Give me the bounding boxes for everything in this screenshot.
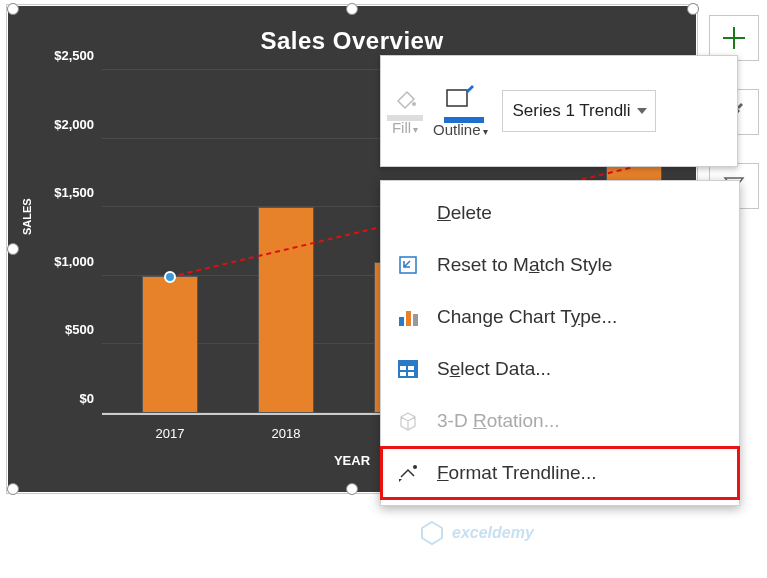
mini-toolbar: Fill▾ Outline▾ Series 1 Trendli <box>380 55 738 167</box>
menu-delete[interactable]: Delete <box>381 187 739 239</box>
svg-rect-7 <box>399 317 404 326</box>
logo-icon <box>418 519 446 547</box>
cube-icon <box>395 408 421 434</box>
outline-label: Outline <box>433 121 481 138</box>
svg-rect-13 <box>400 372 406 376</box>
svg-rect-14 <box>408 372 414 376</box>
svg-rect-5 <box>447 90 467 106</box>
svg-rect-6 <box>400 257 416 273</box>
menu-format-trendline[interactable]: Format Trendline... <box>381 447 739 499</box>
outline-pen-icon <box>444 85 476 117</box>
y-tick: $2,500 <box>44 48 94 63</box>
chart-title[interactable]: Sales Overview <box>7 27 697 55</box>
svg-point-15 <box>413 465 417 469</box>
selection-handle[interactable] <box>346 483 358 495</box>
watermark: exceldemy <box>418 508 718 558</box>
selection-handle[interactable] <box>346 3 358 15</box>
fill-button: Fill▾ <box>391 87 419 136</box>
blank-icon <box>395 200 421 226</box>
y-tick: $2,000 <box>44 116 94 131</box>
y-tick: $1,000 <box>44 253 94 268</box>
menu-3d-rotation: 3-D Rotation... <box>381 395 739 447</box>
selection-handle[interactable] <box>7 243 19 255</box>
chart-type-icon <box>395 304 421 330</box>
y-tick: $1,500 <box>44 185 94 200</box>
select-data-icon <box>395 356 421 382</box>
x-tick: 2018 <box>251 426 321 441</box>
svg-rect-11 <box>400 366 406 370</box>
svg-point-4 <box>412 102 416 106</box>
svg-point-1 <box>165 272 175 282</box>
svg-rect-8 <box>406 311 411 326</box>
format-icon <box>395 460 421 486</box>
menu-reset-to-match-style[interactable]: Reset to Match Style <box>381 239 739 291</box>
reset-icon <box>395 252 421 278</box>
context-menu: Delete Reset to Match Style Change Chart… <box>380 180 740 506</box>
selection-handle[interactable] <box>7 3 19 15</box>
outline-button[interactable]: Outline▾ <box>433 85 488 138</box>
y-tick: $500 <box>44 322 94 337</box>
selection-handle[interactable] <box>687 3 699 15</box>
menu-select-data[interactable]: Select Data... <box>381 343 739 395</box>
plus-icon <box>720 24 748 52</box>
menu-change-chart-type[interactable]: Change Chart Type... <box>381 291 739 343</box>
selection-handle[interactable] <box>7 483 19 495</box>
y-tick: $0 <box>44 391 94 406</box>
svg-rect-12 <box>408 366 414 370</box>
fill-label: Fill <box>392 119 411 136</box>
x-tick: 2017 <box>135 426 205 441</box>
svg-marker-16 <box>422 522 442 544</box>
chart-element-dropdown[interactable]: Series 1 Trendli <box>502 90 656 132</box>
y-axis-label[interactable]: SALES <box>21 198 33 235</box>
svg-rect-9 <box>413 314 418 326</box>
fill-bucket-icon <box>391 87 419 115</box>
chart-element-dropdown-label: Series 1 Trendli <box>513 101 631 120</box>
